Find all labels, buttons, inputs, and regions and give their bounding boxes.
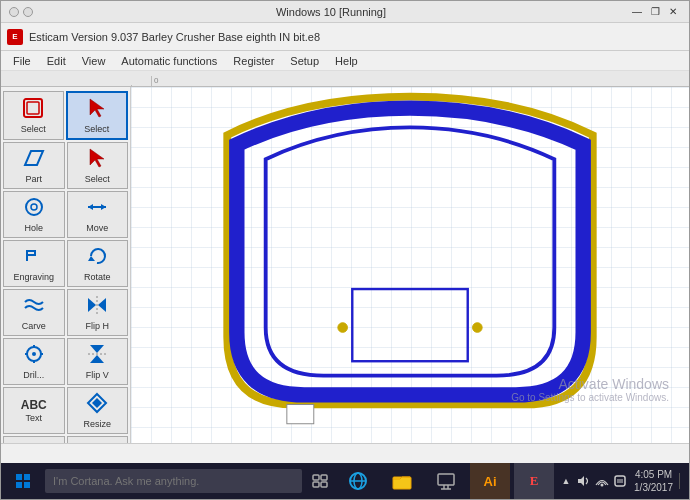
svg-rect-1	[27, 102, 39, 114]
select-1-icon	[22, 97, 44, 122]
text-icon: ABC	[21, 399, 47, 411]
svg-marker-21	[90, 355, 104, 363]
system-clock[interactable]: 4:05 PM 1/3/2017	[630, 468, 677, 494]
taskbar-app-ai[interactable]: Ai	[470, 463, 510, 499]
app-icon: E	[7, 29, 23, 45]
canvas-area[interactable]: Activate Windows Go to Settings to activ…	[131, 87, 689, 443]
explorer-icon	[392, 472, 412, 490]
tool-carve-label: Carve	[22, 321, 46, 331]
svg-marker-9	[101, 204, 106, 210]
tool-hole[interactable]: Hole	[3, 191, 65, 238]
display-icon	[436, 472, 456, 490]
tool-select-2[interactable]: Select	[66, 91, 129, 140]
svg-rect-38	[16, 482, 22, 488]
menu-edit[interactable]: Edit	[39, 53, 74, 69]
tool-resize-label: Resize	[83, 419, 111, 429]
tool-select-1-label: Select	[21, 124, 46, 134]
tool-drill-label: Dril...	[23, 370, 44, 380]
svg-rect-36	[16, 474, 22, 480]
menu-view[interactable]: View	[74, 53, 114, 69]
tool-move-label: Move	[86, 223, 108, 233]
svg-marker-12	[98, 298, 106, 312]
menu-bar: File Edit View Automatic functions Regis…	[1, 51, 689, 71]
svg-point-6	[31, 204, 37, 210]
dot-2	[23, 7, 33, 17]
menu-setup[interactable]: Setup	[282, 53, 327, 69]
tray-network[interactable]	[594, 473, 610, 489]
taskbar-app-display[interactable]	[426, 463, 466, 499]
svg-marker-3	[25, 151, 43, 165]
svg-marker-11	[88, 298, 96, 312]
tray-speaker[interactable]	[576, 473, 592, 489]
tool-flipv[interactable]: Flip V	[67, 338, 129, 385]
tool-text[interactable]: ABC Text	[3, 387, 65, 434]
clock-date: 1/3/2017	[634, 481, 673, 494]
tray-arrow[interactable]: ▲	[558, 473, 574, 489]
tool-engraving[interactable]: Engraving	[3, 240, 65, 287]
restore-button[interactable]: ❐	[647, 4, 663, 20]
tool-row-7: ABC Text Resize	[3, 387, 128, 434]
svg-rect-39	[24, 482, 30, 488]
ruler-tick-0	[131, 85, 151, 86]
outer-yellow-shape	[227, 97, 593, 405]
start-button[interactable]	[5, 463, 41, 499]
window-title: Windows 10 [Running]	[33, 6, 629, 18]
system-tray: ▲	[558, 468, 685, 494]
drawing-canvas[interactable]	[131, 87, 689, 443]
menu-help[interactable]: Help	[327, 53, 366, 69]
svg-rect-48	[438, 474, 454, 485]
inner-rect	[352, 289, 467, 361]
windows-icon	[15, 473, 31, 489]
show-desktop[interactable]	[679, 473, 685, 489]
window-dots	[9, 7, 33, 17]
tool-part[interactable]: Part	[3, 142, 65, 189]
tool-move[interactable]: Move	[67, 191, 129, 238]
tool-row-5: Carve Flip H	[3, 289, 128, 336]
svg-rect-42	[313, 482, 319, 487]
tool-rotate[interactable]: Rotate	[67, 240, 129, 287]
carve-icon	[23, 294, 45, 319]
svg-rect-40	[313, 475, 319, 480]
resize-icon	[86, 392, 108, 417]
move-icon	[86, 196, 108, 221]
task-view-button[interactable]	[306, 467, 334, 495]
svg-point-15	[32, 352, 36, 356]
svg-marker-4	[90, 149, 104, 167]
tool-resize[interactable]: Resize	[67, 387, 129, 434]
svg-marker-24	[92, 398, 102, 408]
taskbar: Ai E ▲	[1, 463, 689, 499]
tool-hole-label: Hole	[24, 223, 43, 233]
svg-marker-52	[578, 476, 584, 486]
app-title-bar: E Esticam Version 9.037 Barley Crusher B…	[1, 23, 689, 51]
menu-file[interactable]: File	[5, 53, 39, 69]
cortana-search[interactable]	[45, 469, 302, 493]
tool-zero[interactable]: + Zero	[3, 436, 65, 443]
selection-handle[interactable]	[287, 405, 314, 424]
tool-select-3[interactable]: Select	[67, 142, 129, 189]
tool-fliph-label: Flip H	[85, 321, 109, 331]
taskbar-app-esticam[interactable]: E	[514, 463, 554, 499]
app-title-text: Esticam Version 9.037 Barley Crusher Bas…	[29, 31, 320, 43]
ruler-horizontal: 0	[1, 71, 689, 87]
yellow-dot-left	[338, 323, 348, 333]
tool-engraving-label: Engraving	[13, 272, 54, 282]
tool-fliph[interactable]: Flip H	[67, 289, 129, 336]
fliph-icon	[86, 294, 108, 319]
menu-register[interactable]: Register	[225, 53, 282, 69]
tool-carve[interactable]: Carve	[3, 289, 65, 336]
svg-rect-54	[615, 476, 625, 486]
taskbar-app-explorer[interactable]	[382, 463, 422, 499]
svg-point-53	[601, 484, 604, 487]
svg-marker-2	[90, 99, 104, 117]
main-area: Select Select	[1, 87, 689, 443]
tool-drill[interactable]: Dril...	[3, 338, 65, 385]
tray-action-center[interactable]	[612, 473, 628, 489]
hole-icon	[23, 196, 45, 221]
close-button[interactable]: ✕	[665, 4, 681, 20]
network-icon	[595, 475, 609, 487]
taskbar-app-ie[interactable]	[338, 463, 378, 499]
minimize-button[interactable]: —	[629, 4, 645, 20]
menu-automatic[interactable]: Automatic functions	[113, 53, 225, 69]
tool-select-1[interactable]: Select	[3, 91, 64, 140]
tool-align[interactable]: Align	[67, 436, 129, 443]
